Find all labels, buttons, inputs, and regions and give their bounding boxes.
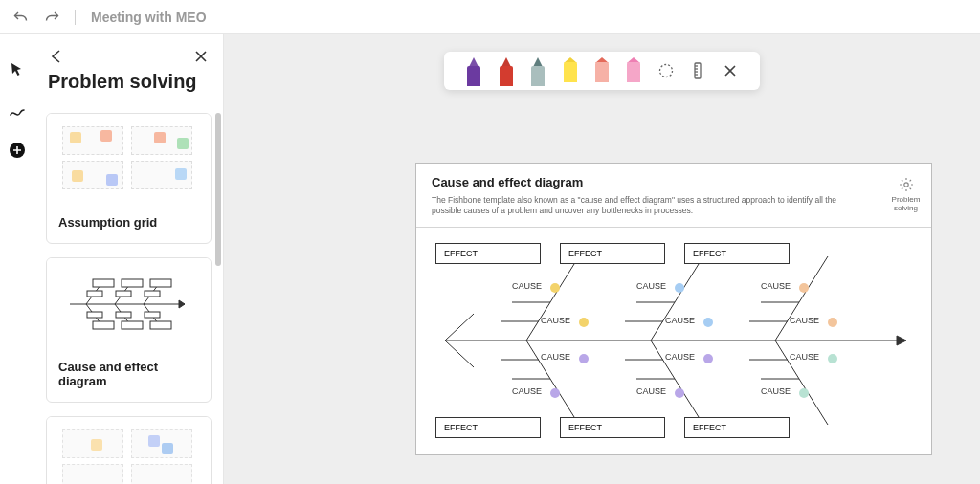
template-card-assumption-grid[interactable]: Assumption grid: [46, 113, 212, 244]
template-thumb: [47, 417, 211, 484]
svg-rect-12: [93, 321, 114, 329]
preview-header: Cause and effect diagram The Fishbone te…: [416, 164, 931, 228]
cause-dot[interactable]: [799, 388, 809, 398]
preview-title: Cause and effect diagram: [432, 175, 864, 189]
ink-tool[interactable]: [9, 101, 26, 119]
svg-rect-9: [93, 279, 114, 287]
cause-label: CAUSE: [665, 316, 695, 325]
title-bar: Meeting with MEO: [0, 0, 980, 34]
document-title[interactable]: Meeting with MEO: [91, 10, 207, 25]
cause-label: CAUSE: [512, 386, 542, 396]
cause-dot[interactable]: [703, 318, 713, 327]
undo-icon[interactable]: [13, 10, 29, 25]
effect-box[interactable]: EFFECT: [435, 417, 541, 438]
svg-line-37: [445, 341, 474, 367]
svg-line-30: [526, 256, 579, 341]
panel-scrollbar[interactable]: [215, 113, 221, 266]
cause-label: CAUSE: [665, 352, 695, 362]
panel-title: Problem solving: [34, 71, 223, 100]
svg-rect-17: [145, 291, 160, 297]
toolbar-close-icon[interactable]: [721, 61, 740, 80]
svg-line-31: [651, 256, 703, 341]
highlighter-red[interactable]: [592, 57, 612, 86]
svg-marker-2: [179, 300, 185, 308]
highlighter-yellow[interactable]: [561, 57, 580, 86]
pen-red[interactable]: [497, 57, 516, 86]
separator: [75, 10, 76, 25]
cause-label: CAUSE: [790, 352, 819, 362]
cause-dot[interactable]: [828, 318, 837, 327]
effect-box[interactable]: EFFECT: [560, 417, 665, 438]
cause-label: CAUSE: [541, 352, 570, 362]
panel-close-button[interactable]: [192, 48, 210, 65]
pen-teal[interactable]: [528, 57, 547, 86]
tool-rail: [0, 34, 34, 484]
template-card[interactable]: [46, 416, 212, 484]
add-button[interactable]: [9, 142, 26, 159]
effect-box[interactable]: EFFECT: [684, 243, 790, 264]
preview-description: The Fishbone template also known as a "c…: [432, 195, 864, 217]
effect-box[interactable]: EFFECT: [684, 417, 790, 438]
cause-label: CAUSE: [512, 281, 542, 291]
svg-rect-18: [87, 312, 102, 318]
cause-dot[interactable]: [579, 354, 589, 363]
svg-point-27: [903, 183, 907, 187]
cause-dot[interactable]: [828, 354, 837, 363]
preview-category: Problem solving: [880, 164, 931, 227]
gear-icon: [899, 177, 914, 192]
svg-line-36: [445, 314, 474, 341]
cause-dot[interactable]: [550, 283, 560, 293]
cause-dot[interactable]: [703, 354, 713, 363]
pen-toolbar: [444, 52, 760, 90]
lasso-icon[interactable]: [657, 61, 676, 80]
panel-list[interactable]: Assumption grid: [34, 113, 223, 484]
panel-back-button[interactable]: [48, 48, 65, 65]
template-preview[interactable]: Cause and effect diagram The Fishbone te…: [415, 163, 932, 455]
cause-dot[interactable]: [579, 318, 589, 327]
preview-category-label: Problem solving: [880, 196, 931, 213]
template-label: Assumption grid: [47, 206, 211, 243]
cause-label: CAUSE: [541, 316, 570, 325]
cause-label: CAUSE: [790, 316, 819, 325]
cause-label: CAUSE: [761, 281, 791, 291]
svg-point-21: [659, 65, 672, 77]
cause-dot[interactable]: [675, 388, 684, 398]
effect-box[interactable]: EFFECT: [435, 243, 541, 264]
cause-label: CAUSE: [636, 386, 666, 396]
cause-dot[interactable]: [550, 388, 560, 398]
svg-rect-14: [150, 321, 171, 329]
cursor-tool[interactable]: [9, 61, 26, 78]
template-label: Cause and effect diagram: [47, 350, 211, 402]
svg-rect-10: [122, 279, 143, 287]
cause-label: CAUSE: [636, 281, 666, 291]
template-thumb: [47, 258, 211, 350]
svg-line-32: [775, 256, 828, 341]
svg-rect-19: [116, 312, 131, 318]
svg-marker-29: [897, 336, 906, 345]
fishbone-diagram: EFFECT EFFECT EFFECT EFFECT EFFECT EFFEC…: [416, 228, 931, 453]
pen-purple[interactable]: [464, 57, 483, 86]
svg-rect-20: [145, 312, 160, 318]
template-panel: Problem solving Assumption grid: [34, 34, 224, 484]
svg-rect-13: [122, 321, 143, 329]
highlighter-pink[interactable]: [624, 57, 643, 86]
cause-label: CAUSE: [761, 386, 791, 396]
redo-icon[interactable]: [44, 10, 59, 25]
svg-rect-16: [116, 291, 131, 297]
svg-rect-15: [87, 291, 102, 297]
cause-dot[interactable]: [799, 283, 809, 293]
template-card-cause-effect[interactable]: Cause and effect diagram: [46, 257, 212, 403]
cause-dot[interactable]: [675, 283, 684, 293]
whiteboard-canvas[interactable]: Cause and effect diagram The Fishbone te…: [224, 34, 980, 484]
template-thumb: [47, 114, 211, 206]
ruler-icon[interactable]: [688, 61, 707, 80]
effect-box[interactable]: EFFECT: [560, 243, 665, 264]
svg-rect-11: [150, 279, 171, 287]
